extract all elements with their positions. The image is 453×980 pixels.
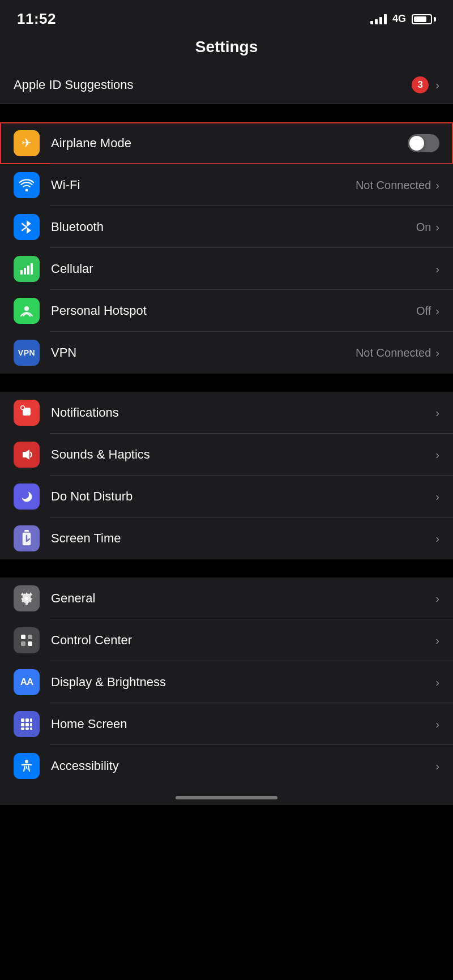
status-icons: 4G — [370, 13, 436, 25]
apple-id-label: Apple ID Suggestions — [14, 78, 134, 92]
home-indicator — [0, 787, 453, 805]
airplane-mode-toggle[interactable] — [408, 134, 439, 152]
cellular-chevron-icon: › — [435, 263, 439, 276]
svg-rect-18 — [28, 641, 32, 646]
control-center-chevron-icon: › — [435, 634, 439, 647]
cellular-icon — [14, 256, 40, 282]
accessibility-row[interactable]: Accessibility › — [0, 745, 453, 787]
do-not-disturb-icon — [14, 483, 40, 510]
wifi-value: Not Connected — [356, 179, 431, 192]
do-not-disturb-label: Do Not Disturb — [51, 489, 435, 504]
svg-rect-23 — [25, 723, 29, 726]
bluetooth-value: On — [416, 221, 431, 234]
display-brightness-row[interactable]: AA Display & Brightness › — [0, 661, 453, 703]
home-screen-icon — [14, 711, 40, 737]
vpn-label: VPN — [51, 345, 356, 360]
sounds-haptics-chevron-icon: › — [435, 448, 439, 461]
home-screen-label: Home Screen — [51, 717, 435, 731]
airplane-mode-row[interactable]: ✈ Airplane Mode — [0, 122, 453, 164]
svg-rect-27 — [30, 727, 32, 730]
apple-id-badge: 3 — [412, 76, 429, 93]
apple-id-suggestions-row[interactable]: Apple ID Suggestions 3 › — [0, 66, 453, 104]
section-gap-3 — [0, 559, 453, 577]
do-not-disturb-row[interactable]: Do Not Disturb › — [0, 476, 453, 517]
control-center-icon — [14, 627, 40, 653]
wifi-icon — [14, 172, 40, 198]
svg-rect-22 — [21, 723, 24, 726]
control-center-label: Control Center — [51, 633, 435, 648]
general-label: General — [51, 591, 435, 606]
general-row[interactable]: General › — [0, 577, 453, 619]
personal-hotspot-row[interactable]: Personal Hotspot Off › — [0, 290, 453, 332]
svg-rect-24 — [30, 723, 32, 726]
svg-line-29 — [24, 766, 25, 771]
do-not-disturb-chevron-icon: › — [435, 490, 439, 503]
svg-rect-2 — [27, 266, 29, 275]
wifi-label: Wi-Fi — [51, 178, 356, 192]
svg-rect-16 — [28, 635, 32, 639]
svg-rect-3 — [31, 263, 33, 275]
svg-rect-26 — [25, 727, 29, 730]
screen-time-row[interactable]: Screen Time › — [0, 517, 453, 559]
sounds-haptics-label: Sounds & Haptics — [51, 447, 435, 462]
cellular-label: Cellular — [51, 262, 431, 276]
accessibility-icon — [14, 753, 40, 779]
connectivity-section: ✈ Airplane Mode Wi-Fi Not Connected › — [0, 122, 453, 374]
home-screen-row[interactable]: Home Screen › — [0, 703, 453, 745]
network-type: 4G — [392, 13, 406, 25]
vpn-value: Not Connected — [356, 346, 431, 360]
display-brightness-label: Display & Brightness — [51, 675, 435, 690]
status-bar: 11:52 4G — [0, 0, 453, 33]
display-brightness-chevron-icon: › — [435, 676, 439, 689]
notifications-section: Notifications › Sounds & Haptics › Do No… — [0, 392, 453, 559]
home-bar — [176, 796, 277, 799]
accessibility-label: Accessibility — [51, 759, 435, 773]
vpn-chevron-icon: › — [435, 346, 439, 360]
personal-hotspot-label: Personal Hotspot — [51, 303, 416, 318]
display-brightness-icon: AA — [14, 669, 40, 695]
bluetooth-label: Bluetooth — [51, 220, 416, 234]
screen-time-label: Screen Time — [51, 531, 435, 546]
notifications-label: Notifications — [51, 405, 435, 420]
airplane-mode-label: Airplane Mode — [51, 136, 408, 151]
vpn-row[interactable]: VPN VPN Not Connected › — [0, 332, 453, 374]
toggle-knob — [409, 136, 424, 151]
notifications-row[interactable]: Notifications › — [0, 392, 453, 434]
svg-rect-0 — [20, 270, 23, 275]
wifi-row[interactable]: Wi-Fi Not Connected › — [0, 164, 453, 206]
svg-rect-19 — [21, 718, 24, 722]
svg-rect-1 — [24, 268, 26, 275]
personal-hotspot-chevron-icon: › — [435, 305, 439, 318]
screen-time-icon — [14, 525, 40, 551]
sounds-haptics-row[interactable]: Sounds & Haptics › — [0, 434, 453, 476]
vpn-icon: VPN — [14, 340, 40, 366]
general-icon — [14, 585, 40, 611]
page-title-bar: Settings — [0, 33, 453, 66]
bluetooth-icon — [14, 214, 40, 240]
notifications-chevron-icon: › — [435, 406, 439, 420]
status-time: 11:52 — [17, 10, 56, 28]
svg-point-7 — [22, 406, 24, 409]
svg-marker-8 — [23, 450, 29, 460]
page-title: Settings — [195, 38, 258, 55]
airplane-mode-icon: ✈ — [14, 130, 40, 156]
sounds-haptics-icon — [14, 442, 40, 468]
apple-id-right: 3 › — [412, 76, 439, 93]
bluetooth-chevron-icon: › — [435, 221, 439, 234]
system-section: General › Control Center › AA Display & … — [0, 577, 453, 787]
personal-hotspot-icon — [14, 298, 40, 324]
control-center-row[interactable]: Control Center › — [0, 619, 453, 661]
svg-point-4 — [24, 306, 29, 311]
screen-time-chevron-icon: › — [435, 532, 439, 545]
apple-id-chevron-icon: › — [435, 79, 439, 92]
home-screen-chevron-icon: › — [435, 718, 439, 731]
personal-hotspot-value: Off — [416, 305, 431, 318]
svg-rect-20 — [25, 718, 29, 722]
svg-rect-17 — [21, 641, 25, 646]
section-gap-1 — [0, 104, 453, 122]
notifications-icon — [14, 400, 40, 426]
bluetooth-row[interactable]: Bluetooth On › — [0, 206, 453, 248]
svg-rect-21 — [30, 718, 32, 722]
cellular-row[interactable]: Cellular › — [0, 248, 453, 290]
svg-point-28 — [25, 760, 28, 763]
